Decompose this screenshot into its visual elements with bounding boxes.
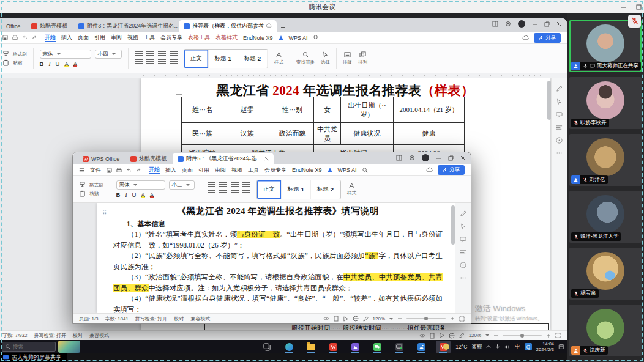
- print-icon[interactable]: [12, 35, 18, 40]
- account-avatar[interactable]: [518, 20, 525, 28]
- split-view-icon[interactable]: [492, 21, 498, 27]
- ime-q-badge[interactable]: Q: [525, 343, 532, 350]
- cloud-upload-icon[interactable]: [426, 167, 433, 173]
- table-cell[interactable]: 赵雯: [223, 97, 271, 123]
- format-painter-icon[interactable]: [2, 51, 9, 57]
- undo-icon[interactable]: [22, 35, 28, 40]
- read-mode-icon[interactable]: [439, 333, 444, 338]
- tab-docer-template[interactable]: 炫酷壳模板: [26, 20, 72, 32]
- zoom-out-icon[interactable]: [397, 316, 402, 321]
- zoom-in-icon[interactable]: [546, 333, 551, 338]
- read-mode-icon[interactable]: [343, 316, 348, 322]
- menu-file[interactable]: 文件: [90, 166, 101, 174]
- save-icon[interactable]: [2, 35, 8, 40]
- table-cell[interactable]: 健康状况: [341, 123, 394, 145]
- menu-view[interactable]: 视图: [127, 34, 138, 42]
- select-tool-icon[interactable]: [460, 223, 466, 230]
- edit-pen-icon[interactable]: [459, 333, 465, 338]
- table-cell[interactable]: 姓···名: [182, 97, 223, 123]
- style-more-button[interactable]: 样式: [274, 51, 283, 65]
- font-color-button[interactable]: A: [150, 191, 154, 198]
- line-spacing-icon[interactable]: [170, 59, 178, 65]
- unmute-button[interactable]: [628, 15, 641, 28]
- wechat-button[interactable]: [370, 341, 384, 353]
- typeset-button[interactable]: 排版: [343, 51, 352, 65]
- table-cell[interactable]: 政治面貌: [271, 123, 314, 145]
- number-list-icon[interactable]: [146, 51, 154, 57]
- menu-table-tools[interactable]: 表格工具: [188, 34, 210, 42]
- menu-tools[interactable]: 工具: [144, 34, 155, 42]
- indent-decrease-icon[interactable]: [231, 182, 239, 188]
- style-body[interactable]: 正文: [184, 50, 209, 68]
- horizontal-ruler[interactable]: [0, 73, 567, 78]
- close-icon[interactable]: [556, 21, 562, 27]
- bold-button[interactable]: B: [116, 191, 121, 198]
- font-name-select[interactable]: 宋体: [40, 50, 91, 59]
- menu-reference[interactable]: 引用: [198, 166, 209, 174]
- tab-attachment5[interactable]: 附件5：《黑龙江省2024年选…: [173, 153, 274, 164]
- search-input[interactable]: [13, 344, 48, 350]
- tab-docer-template[interactable]: 炫酷壳模板: [125, 153, 171, 164]
- edit-pen-icon[interactable]: [363, 316, 369, 322]
- weather-temp[interactable]: -12°C: [454, 344, 467, 350]
- share-button[interactable]: 分享: [534, 33, 561, 43]
- pictures-app-button[interactable]: [348, 341, 362, 353]
- redo-icon[interactable]: [32, 35, 37, 40]
- spellcheck-status[interactable]: 拼写检查: 打开: [34, 332, 66, 339]
- table-cell[interactable]: [205, 324, 286, 330]
- search-icon[interactable]: [313, 35, 319, 40]
- arrange-button[interactable]: 排列: [358, 51, 367, 65]
- participant-tile[interactable]: 刘洋亿: [569, 134, 642, 186]
- hamburger-icon[interactable]: [79, 168, 84, 173]
- zoom-slider[interactable]: [406, 318, 446, 319]
- minimize-icon[interactable]: [436, 155, 441, 161]
- pen-icon[interactable]: [460, 210, 466, 217]
- menu-endnote[interactable]: EndNote X9: [243, 35, 273, 41]
- zoom-out-icon[interactable]: [493, 333, 498, 338]
- align-center-icon[interactable]: [146, 59, 154, 65]
- number-list-icon[interactable]: [219, 182, 227, 188]
- table-cell[interactable]: 汉族: [223, 123, 271, 145]
- help-icon[interactable]: [460, 262, 466, 268]
- page-view-icon[interactable]: [430, 333, 435, 339]
- bullet-list-icon[interactable]: [135, 51, 143, 57]
- fullscreen-icon[interactable]: [555, 333, 561, 338]
- settings-icon[interactable]: [409, 155, 415, 161]
- menu-reference[interactable]: 引用: [94, 34, 105, 42]
- menu-table-style[interactable]: 表格样式: [215, 34, 238, 42]
- screen-share-tool-button[interactable]: [392, 341, 406, 353]
- style-heading2[interactable]: 标题2: [238, 50, 268, 68]
- style-more-button[interactable]: 样式: [347, 182, 356, 196]
- minimize-icon[interactable]: [621, 4, 626, 10]
- participant-tile[interactable]: 沈庆新: [569, 305, 642, 356]
- proofread[interactable]: 校对: [174, 316, 184, 322]
- table-cell[interactable]: 2001.04.14（21 岁）: [394, 97, 465, 123]
- bold-button[interactable]: B: [40, 61, 44, 67]
- weather-desc[interactable]: 雾霾: [471, 343, 482, 350]
- web-view-icon[interactable]: [353, 316, 359, 322]
- zoom-in-icon[interactable]: [450, 316, 455, 321]
- screen-share-banner[interactable]: 黑大蒋帅的屏幕共享: [0, 353, 67, 362]
- notification-center-icon[interactable]: [558, 344, 564, 350]
- menu-view[interactable]: 视图: [231, 166, 242, 174]
- align-right-icon[interactable]: [158, 59, 166, 65]
- fullscreen-icon[interactable]: [459, 316, 465, 322]
- file-explorer-button[interactable]: [304, 341, 318, 353]
- menu-endnote[interactable]: EndNote X9: [292, 167, 322, 173]
- photos-app-button[interactable]: [414, 341, 429, 353]
- new-tab-icon[interactable]: [280, 24, 286, 30]
- menu-member[interactable]: 会员专享: [264, 166, 286, 174]
- menu-page[interactable]: 页面: [78, 34, 89, 42]
- split-view-icon[interactable]: [396, 155, 402, 161]
- select-tool-icon[interactable]: [556, 98, 563, 105]
- taskbar-search[interactable]: [2, 342, 56, 352]
- participant-tile[interactable]: 黑大蒋帅正在共享: [569, 20, 642, 72]
- menu-page[interactable]: 页面: [182, 166, 193, 174]
- indent-increase-icon[interactable]: [242, 182, 250, 188]
- undo-icon[interactable]: [126, 168, 132, 173]
- taskbar-clock[interactable]: 14:042024/2/3: [536, 341, 554, 352]
- close-tab-icon[interactable]: [264, 157, 269, 161]
- format-painter-icon[interactable]: [79, 182, 86, 188]
- eye-protection-icon[interactable]: [419, 333, 425, 338]
- highlight-color-button[interactable]: A: [141, 191, 144, 198]
